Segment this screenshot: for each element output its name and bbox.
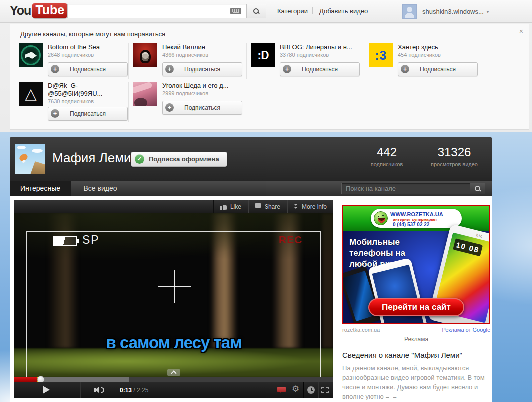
subscriber-count-value: 442 bbox=[357, 145, 417, 159]
channel-name: BBLOG: Литералы и н... bbox=[280, 43, 358, 51]
subscriber-count: 4366 подписчиков bbox=[162, 52, 241, 58]
fullscreen-corner bbox=[326, 387, 329, 389]
more-info-button[interactable]: More info bbox=[287, 200, 333, 213]
channel-about: Сведения о канале "Мафия Леми" На данном… bbox=[342, 351, 491, 401]
play-button[interactable] bbox=[43, 386, 50, 394]
ad-header-band: WWW.ROZETKA.UA интернет супермаркет 0 (4… bbox=[343, 206, 489, 231]
ad-tagline: интернет супермаркет bbox=[393, 217, 437, 222]
advertisement[interactable]: WWW.ROZETKA.UA интернет супермаркет 0 (4… bbox=[342, 205, 490, 324]
username: shushkin3.windows... bbox=[422, 8, 484, 15]
channel-link[interactable]: Некий Виллин 4366 подписчиков bbox=[162, 43, 241, 60]
time-current: 0:13 bbox=[120, 387, 132, 394]
search-icon bbox=[253, 8, 260, 15]
close-icon[interactable]: × bbox=[519, 28, 523, 35]
channel-avatar[interactable] bbox=[369, 43, 393, 67]
channel-search-button[interactable] bbox=[470, 183, 485, 194]
divider bbox=[364, 43, 364, 79]
subscribe-button[interactable]: + Подписаться bbox=[48, 107, 128, 121]
time-display: 0:13 / 2:25 bbox=[120, 387, 148, 394]
channel-tabs: Интересные Все видео bbox=[10, 181, 492, 196]
ad-domain-link[interactable]: rozetka.com.ua bbox=[342, 327, 380, 333]
watch-later-clock-icon[interactable] bbox=[307, 386, 315, 394]
volume-button[interactable] bbox=[94, 386, 106, 393]
like-button[interactable]: Like bbox=[213, 200, 248, 213]
plus-icon: + bbox=[165, 103, 174, 112]
subscriber-count: 7630 подписчиков bbox=[48, 98, 126, 104]
more-info-label: More info bbox=[302, 203, 327, 210]
player-controls: 0:13 / 2:25 ⚙ bbox=[14, 382, 333, 398]
divider bbox=[303, 382, 304, 398]
channel-name: D@Яk_G-@55@5IИ(99ЯU... bbox=[48, 82, 123, 98]
channel-avatar-main[interactable] bbox=[15, 144, 45, 174]
channel-link[interactable]: Хантер здесь 454 подписчиков bbox=[398, 43, 476, 60]
user-menu[interactable]: shushkin3.windows... ▾ bbox=[402, 4, 489, 19]
subscribe-label: Подписаться bbox=[184, 66, 220, 73]
plus-icon: + bbox=[51, 109, 59, 118]
channel-avatar[interactable] bbox=[133, 82, 157, 106]
settings-gear-icon[interactable]: ⚙ bbox=[292, 384, 299, 394]
recording-indicator: REC bbox=[279, 234, 302, 246]
channel-avatar[interactable] bbox=[251, 43, 275, 67]
logo-tube: Tube bbox=[32, 3, 68, 18]
suggestions-title: Другие каналы, которые могут вам понрави… bbox=[20, 30, 165, 38]
channel-search-input[interactable] bbox=[341, 183, 485, 194]
subscribed-button[interactable]: ✓ Подписка оформлена bbox=[131, 152, 227, 167]
keyboard-icon[interactable] bbox=[230, 8, 241, 14]
battery-icon bbox=[53, 236, 77, 246]
divider bbox=[246, 43, 247, 79]
ad-phone-clock: 10 08 bbox=[453, 238, 482, 256]
double-chevron-down-icon bbox=[294, 204, 298, 210]
fullscreen-corner bbox=[321, 391, 324, 393]
subscriber-count: 33780 подписчиков bbox=[280, 52, 358, 58]
channel-avatar[interactable] bbox=[19, 43, 43, 67]
search-input[interactable] bbox=[67, 4, 246, 18]
subscriber-stat: 442 подписчиков bbox=[357, 145, 417, 167]
categories-link[interactable]: Категории bbox=[277, 7, 308, 15]
annotation-collapse-button[interactable] bbox=[167, 369, 180, 376]
views-stat: 31326 просмотров видео bbox=[419, 145, 489, 167]
channel-link[interactable]: BBLOG: Литералы и н... 33780 подписчиков bbox=[280, 43, 358, 60]
subscribe-label: Подписаться bbox=[70, 110, 106, 117]
logo-you: You bbox=[10, 3, 31, 18]
subscribe-button[interactable]: + Подписаться bbox=[398, 62, 478, 76]
share-button[interactable]: Share bbox=[248, 200, 287, 213]
ad-site-url: WWW.ROZETKA.UA bbox=[390, 211, 443, 217]
channel-link[interactable]: Уголок Шеда и его д... 2999 подписчиков bbox=[162, 82, 241, 98]
subscriber-count: 454 подписчиков bbox=[398, 52, 476, 58]
ad-brand-pill: WWW.ROZETKA.UA интернет супермаркет 0 (4… bbox=[371, 209, 462, 228]
channel-link[interactable]: Bottom of the Sea 2648 подписчиков bbox=[48, 43, 126, 60]
subscribe-button[interactable]: + Подписаться bbox=[48, 62, 128, 76]
plus-icon: + bbox=[51, 65, 59, 73]
ads-by-google-link[interactable]: Реклама от Google bbox=[442, 327, 490, 333]
plus-icon: + bbox=[283, 65, 291, 73]
subscriber-count: 2648 подписчиков bbox=[48, 52, 126, 58]
channel-search bbox=[341, 183, 485, 194]
tab-all-videos[interactable]: Все видео bbox=[73, 181, 127, 196]
ad-cta-button[interactable]: Перейти на сайт bbox=[368, 298, 464, 316]
annotations-toggle-icon[interactable] bbox=[277, 387, 286, 392]
search-icon bbox=[474, 185, 481, 192]
fullscreen-button[interactable] bbox=[321, 387, 329, 393]
views-count-value: 31326 bbox=[419, 145, 489, 159]
subscriber-count: 2999 подписчиков bbox=[162, 90, 241, 96]
channel-avatar[interactable] bbox=[133, 43, 157, 67]
about-text: На данном канале, мной, выкладываются ра… bbox=[342, 364, 491, 401]
add-video-link[interactable]: Добавить видео bbox=[319, 7, 368, 15]
subscribe-button[interactable]: + Подписаться bbox=[162, 101, 242, 115]
video-viewport[interactable]: SP REC в самом лесу там bbox=[14, 213, 333, 377]
channel-name: Некий Виллин bbox=[162, 43, 241, 51]
speech-bubble-icon bbox=[255, 203, 261, 208]
channel-avatar[interactable] bbox=[19, 82, 43, 106]
seek-bar[interactable] bbox=[14, 377, 333, 382]
channel-title: Мафия Леми bbox=[52, 150, 131, 166]
channel-link[interactable]: D@Яk_G-@55@5IИ(99ЯU... 7630 подписчиков bbox=[48, 82, 126, 104]
subscribe-button[interactable]: + Подписаться bbox=[280, 62, 360, 76]
page: You Tube Категории Добавить видео shushk… bbox=[0, 0, 532, 402]
about-title: Сведения о канале "Мафия Леми" bbox=[342, 351, 491, 359]
search-button[interactable] bbox=[246, 4, 266, 18]
crosshair bbox=[174, 270, 175, 303]
youtube-logo[interactable]: You Tube bbox=[10, 3, 68, 18]
header-search bbox=[67, 4, 266, 18]
tab-featured[interactable]: Интересные bbox=[10, 181, 71, 196]
subscribe-button[interactable]: + Подписаться bbox=[162, 62, 242, 76]
